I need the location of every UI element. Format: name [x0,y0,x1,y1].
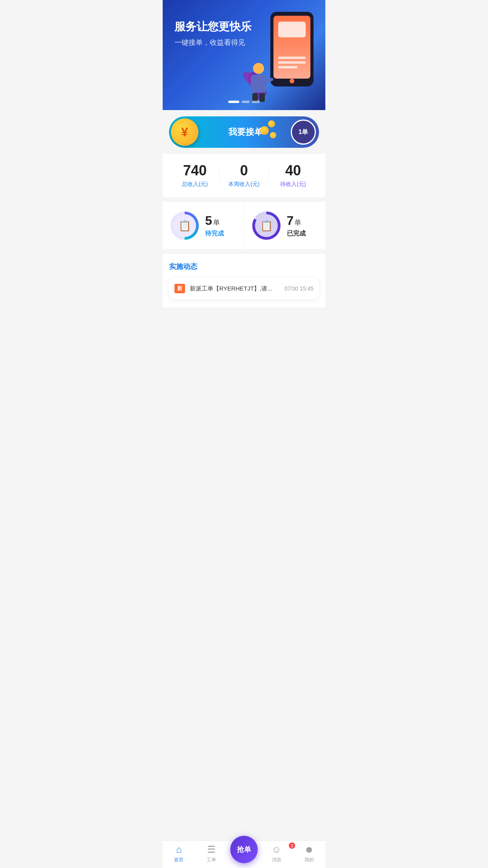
pending-status: 待完成 [205,230,224,238]
total-income-stat: 740 总收入(元) [171,164,219,188]
weekly-income-value: 0 [220,164,268,178]
weekly-income-label: 本周收入(元) [220,181,268,188]
activity-time: 07/30 15:45 [284,285,314,292]
bottom-nav: ⌂ 首页 ☰ 工单 抢单 ☺ 1 消息 ☻ 我的 [163,840,325,868]
completed-orders-card[interactable]: 📋 7单 已完成 [244,202,326,249]
hero-subtitle: 一键接单，收益看得见 [174,38,251,47]
completed-unit: 单 [294,219,301,226]
hero-title: 服务让您更快乐 [174,20,251,34]
nav-profile-label: 我的 [305,857,314,863]
grab-button[interactable]: 抢单 [230,836,258,863]
floating-coins [248,118,280,146]
pending-doc-icon: 📋 [178,220,191,232]
stats-section: 740 总收入(元) 0 本周收入(元) 40 待收入(元) [163,154,325,197]
workorder-icon: ☰ [207,844,216,855]
completed-icon-inner: 📋 [255,214,278,237]
activity-section: 实施动态 新 新派工单【RYERHETJT】,请... 07/30 15:45 [163,254,325,307]
pending-icon-inner: 📋 [173,214,196,237]
grab-button-text: 抢单 [237,845,251,854]
nav-home[interactable]: ⌂ 首页 [163,844,195,863]
pending-orders-card[interactable]: 📋 5单 待完成 [163,202,244,249]
completed-status: 已完成 [287,230,306,238]
order-cards: 📋 5单 待完成 📋 7单 已完成 [163,202,325,249]
nav-message[interactable]: ☺ 1 消息 [260,844,293,863]
activity-title: 实施动态 [169,262,319,271]
grab-btn-wrap: 抢单 [228,836,261,863]
nav-workorder[interactable]: ☰ 工单 [195,844,228,863]
hero-text: 服务让您更快乐 一键接单，收益看得见 [174,20,251,47]
pending-count: 5 [205,213,212,228]
completed-icon-wrap: 📋 [252,211,281,240]
completed-doc-icon: 📋 [260,220,273,232]
pending-unit: 单 [213,219,220,226]
nav-home-label: 首页 [174,857,183,863]
carousel-dots [228,101,260,103]
pending-income-stat: 40 待收入(元) [269,164,317,188]
pending-income-label: 待收入(元) [269,181,317,188]
home-icon: ⌂ [176,844,182,855]
weekly-income-stat: 0 本周收入(元) [220,164,268,188]
nav-profile[interactable]: ☻ 我的 [293,844,325,863]
completed-count: 7 [287,213,294,228]
badge-count: 1单 [299,128,308,136]
nav-workorder-label: 工单 [207,857,216,863]
hero-banner: 服务让您更快乐 一键接单，收益看得见 [163,0,325,110]
nav-message-label: 消息 [272,857,281,863]
total-income-value: 740 [171,164,219,178]
action-banner[interactable]: ¥ 我要接单 1单 [169,116,319,148]
activity-item[interactable]: 新 新派工单【RYERHETJT】,请... 07/30 15:45 [169,278,319,300]
pending-income-value: 40 [269,164,317,178]
message-icon: ☺ [272,844,282,855]
new-badge: 新 [174,284,185,293]
completed-order-info: 7单 已完成 [287,213,306,238]
coin-illustration: ¥ [169,116,200,148]
character-illustration [247,63,270,102]
order-count-badge: 1单 [291,120,316,145]
phone-illustration [270,12,314,86]
total-income-label: 总收入(元) [171,181,219,188]
pending-order-info: 5单 待完成 [205,213,224,238]
activity-content: 新派工单【RYERHETJT】,请... [190,285,280,292]
pending-icon-wrap: 📋 [171,211,199,240]
profile-icon: ☻ [304,844,314,855]
